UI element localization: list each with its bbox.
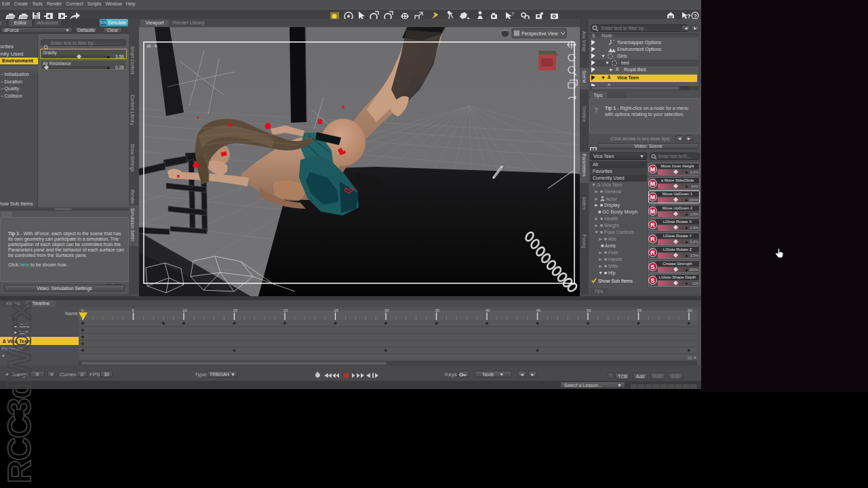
svg-text:?: ?	[694, 13, 698, 20]
svg-text:15: 15	[233, 308, 238, 312]
svg-text:Name: Name	[65, 311, 78, 316]
svg-text:55: 55	[637, 308, 642, 312]
svg-text:?: ?	[511, 12, 514, 16]
svg-text:16 : 9: 16 : 9	[146, 44, 157, 48]
svg-text:40: 40	[486, 308, 490, 312]
svg-text:25: 25	[334, 308, 339, 312]
svg-text:60: 60	[688, 308, 692, 312]
svg-text:45: 45	[536, 308, 541, 312]
svg-text:10: 10	[182, 308, 187, 312]
svg-text:Perspective View: Perspective View	[521, 31, 559, 37]
svg-text:30: 30	[384, 308, 389, 312]
svg-text:50: 50	[587, 308, 591, 312]
svg-text:35: 35	[435, 308, 440, 312]
svg-text:20: 20	[283, 308, 288, 312]
